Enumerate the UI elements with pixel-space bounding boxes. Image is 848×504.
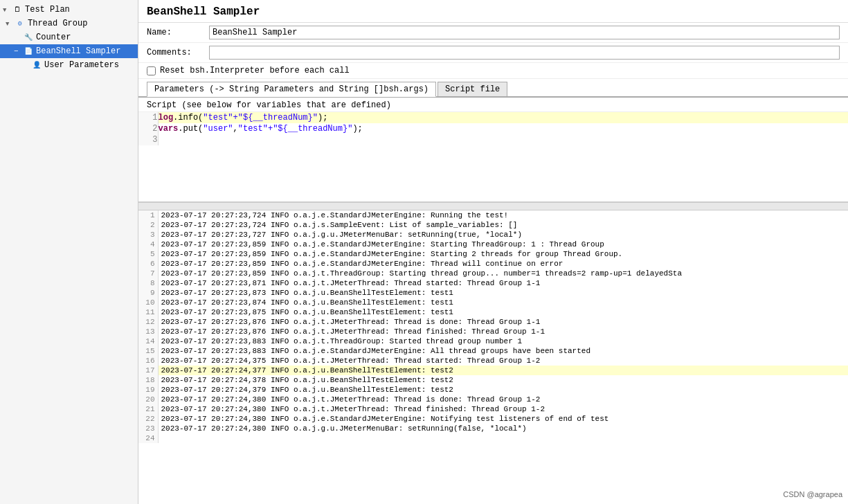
log-row: 21 2023-07-17 20:27:24,380 INFO o.a.j.t.…	[138, 404, 848, 414]
panel-title: BeanShell Sampler	[147, 6, 260, 18]
log-row: 15 2023-07-17 20:27:23,883 INFO o.a.j.e.…	[138, 346, 848, 356]
right-panel: BeanShell Sampler Name: Comments: Reset …	[138, 0, 848, 504]
code-table: 1 log.info("test"+"${__threadNum}"); 2 v…	[138, 112, 848, 145]
tab-script-file[interactable]: Script file	[437, 82, 507, 96]
log-line-content: 2023-07-17 20:27:23,727 INFO o.a.j.g.u.J…	[158, 230, 848, 240]
log-line-content: 2023-07-17 20:27:24,377 INFO o.a.j.u.Bea…	[158, 366, 848, 375]
log-line-num: 16	[138, 356, 158, 366]
test-plan-icon: 🗒	[12, 4, 23, 15]
log-line-content: 2023-07-17 20:27:23,873 INFO o.a.j.u.Bea…	[158, 288, 848, 298]
log-row: 6 2023-07-17 20:27:23,859 INFO o.a.j.e.S…	[138, 259, 848, 269]
tree-item-user-parameters[interactable]: 👤 User Parameters	[0, 58, 138, 72]
log-row: 18 2023-07-17 20:27:24,378 INFO o.a.j.u.…	[138, 375, 848, 385]
tree-item-thread-group[interactable]: ⚙ Thread Group	[0, 17, 138, 30]
log-line-num: 13	[138, 327, 158, 336]
log-line-content: 2023-07-17 20:27:23,724 INFO o.a.j.s.Sam…	[158, 220, 848, 230]
tree-label-counter: Counter	[36, 33, 71, 42]
watermark: CSDN @agrapea	[783, 490, 842, 498]
log-line-num: 19	[138, 385, 158, 395]
comments-row: Comments:	[138, 43, 848, 63]
log-line-content: 2023-07-17 20:27:23,875 INFO o.a.j.u.Bea…	[158, 307, 848, 317]
log-row: 13 2023-07-17 20:27:23,876 INFO o.a.j.t.…	[138, 327, 848, 336]
log-line-num: 5	[138, 249, 158, 259]
code-editor[interactable]: 1 log.info("test"+"${__threadNum}"); 2 v…	[138, 112, 848, 202]
log-area[interactable]: 1 2023-07-17 20:27:23,724 INFO o.a.j.e.S…	[138, 210, 848, 504]
tree-label-thread-group: Thread Group	[28, 19, 87, 28]
log-row: 1 2023-07-17 20:27:23,724 INFO o.a.j.e.S…	[138, 210, 848, 220]
log-line-content: 2023-07-17 20:27:23,876 INFO o.a.j.t.JMe…	[158, 327, 848, 336]
log-line-content: 2023-07-17 20:27:24,379 INFO o.a.j.u.Bea…	[158, 385, 848, 395]
log-row: 20 2023-07-17 20:27:24,380 INFO o.a.j.t.…	[138, 395, 848, 404]
reset-checkbox[interactable]	[147, 66, 156, 75]
code-line: 3	[138, 134, 848, 145]
log-line-content: 2023-07-17 20:27:23,874 INFO o.a.j.u.Bea…	[158, 298, 848, 307]
log-line-num: 18	[138, 375, 158, 385]
log-line-content: 2023-07-17 20:27:23,859 INFO o.a.j.e.Sta…	[158, 249, 848, 259]
log-line-num: 1	[138, 210, 158, 220]
comments-input[interactable]	[209, 46, 840, 60]
log-row: 19 2023-07-17 20:27:24,379 INFO o.a.j.u.…	[138, 385, 848, 395]
log-row: 7 2023-07-17 20:27:23,859 INFO o.a.j.t.T…	[138, 269, 848, 278]
log-line-content: 2023-07-17 20:27:24,380 INFO o.a.j.g.u.J…	[158, 424, 848, 433]
name-row: Name:	[138, 23, 848, 43]
tree-label-beanshell: BeanShell Sampler	[36, 46, 120, 56]
name-input[interactable]	[209, 26, 840, 39]
hscroll-bar[interactable]	[138, 202, 848, 210]
log-row: 17 2023-07-17 20:27:24,377 INFO o.a.j.u.…	[138, 366, 848, 375]
code-line-num: 2	[138, 123, 158, 134]
tab-parameters-label: Parameters (-> String Parameters and Str…	[154, 84, 428, 94]
expand-icon-beanshell	[14, 47, 22, 55]
log-line-content: 2023-07-17 20:27:23,883 INFO o.a.j.t.Thr…	[158, 336, 848, 346]
tree-label-test-plan: Test Plan	[25, 5, 70, 15]
tab-parameters[interactable]: Parameters (-> String Parameters and Str…	[147, 82, 436, 97]
log-line-num: 3	[138, 230, 158, 240]
tab-script-file-label: Script file	[445, 84, 500, 94]
code-line-content: vars.put("user","test"+"${__threadNum}")…	[158, 123, 848, 134]
tree-item-test-plan[interactable]: 🗒 Test Plan	[0, 3, 138, 17]
log-line-num: 14	[138, 336, 158, 346]
log-line-num: 12	[138, 317, 158, 327]
reset-row: Reset bsh.Interpreter before each call	[138, 63, 848, 79]
log-row: 3 2023-07-17 20:27:23,727 INFO o.a.j.g.u…	[138, 230, 848, 240]
script-section-label: Script (see below for variables that are…	[138, 98, 848, 112]
log-line-content: 2023-07-17 20:27:23,859 INFO o.a.j.e.Sta…	[158, 240, 848, 249]
log-line-content	[158, 433, 848, 443]
log-line-num: 4	[138, 240, 158, 249]
log-line-num: 2	[138, 220, 158, 230]
log-line-num: 9	[138, 288, 158, 298]
panel-header: BeanShell Sampler	[138, 0, 848, 23]
code-line: 2 vars.put("user","test"+"${__threadNum}…	[138, 123, 848, 134]
log-row: 8 2023-07-17 20:27:23,871 INFO o.a.j.t.J…	[138, 278, 848, 288]
log-line-content: 2023-07-17 20:27:23,876 INFO o.a.j.t.JMe…	[158, 317, 848, 327]
log-line-num: 17	[138, 366, 158, 375]
log-line-content: 2023-07-17 20:27:24,375 INFO o.a.j.t.JMe…	[158, 356, 848, 366]
name-label: Name:	[147, 28, 209, 37]
log-line-content: 2023-07-17 20:27:24,380 INFO o.a.j.e.Sta…	[158, 414, 848, 424]
user-params-icon: 👤	[31, 60, 42, 71]
log-row: 14 2023-07-17 20:27:23,883 INFO o.a.j.t.…	[138, 336, 848, 346]
log-table: 1 2023-07-17 20:27:23,724 INFO o.a.j.e.S…	[138, 210, 848, 443]
log-line-num: 24	[138, 433, 158, 443]
log-row: 16 2023-07-17 20:27:24,375 INFO o.a.j.t.…	[138, 356, 848, 366]
log-row: 12 2023-07-17 20:27:23,876 INFO o.a.j.t.…	[138, 317, 848, 327]
thread-group-icon: ⚙	[15, 18, 26, 29]
code-line-content: log.info("test"+"${__threadNum}");	[158, 112, 848, 123]
log-line-content: 2023-07-17 20:27:24,378 INFO o.a.j.u.Bea…	[158, 375, 848, 385]
log-row: 9 2023-07-17 20:27:23,873 INFO o.a.j.u.B…	[138, 288, 848, 298]
tree-label-user-params: User Parameters	[44, 60, 119, 70]
tabs-row: Parameters (-> String Parameters and Str…	[138, 79, 848, 98]
log-line-num: 11	[138, 307, 158, 317]
tree-item-counter[interactable]: 🔧 Counter	[0, 30, 138, 44]
log-line-num: 7	[138, 269, 158, 278]
code-line: 1 log.info("test"+"${__threadNum}");	[138, 112, 848, 123]
log-row: 24	[138, 433, 848, 443]
log-line-content: 2023-07-17 20:27:24,380 INFO o.a.j.t.JMe…	[158, 404, 848, 414]
log-line-content: 2023-07-17 20:27:23,883 INFO o.a.j.e.Sta…	[158, 346, 848, 356]
log-row: 4 2023-07-17 20:27:23,859 INFO o.a.j.e.S…	[138, 240, 848, 249]
beanshell-icon: 📄	[23, 46, 34, 57]
code-line-num: 1	[138, 112, 158, 123]
expand-icon-test-plan	[3, 6, 11, 14]
tree-item-beanshell-sampler[interactable]: 📄 BeanShell Sampler	[0, 44, 138, 58]
log-line-num: 8	[138, 278, 158, 288]
log-line-content: 2023-07-17 20:27:23,871 INFO o.a.j.t.JMe…	[158, 278, 848, 288]
